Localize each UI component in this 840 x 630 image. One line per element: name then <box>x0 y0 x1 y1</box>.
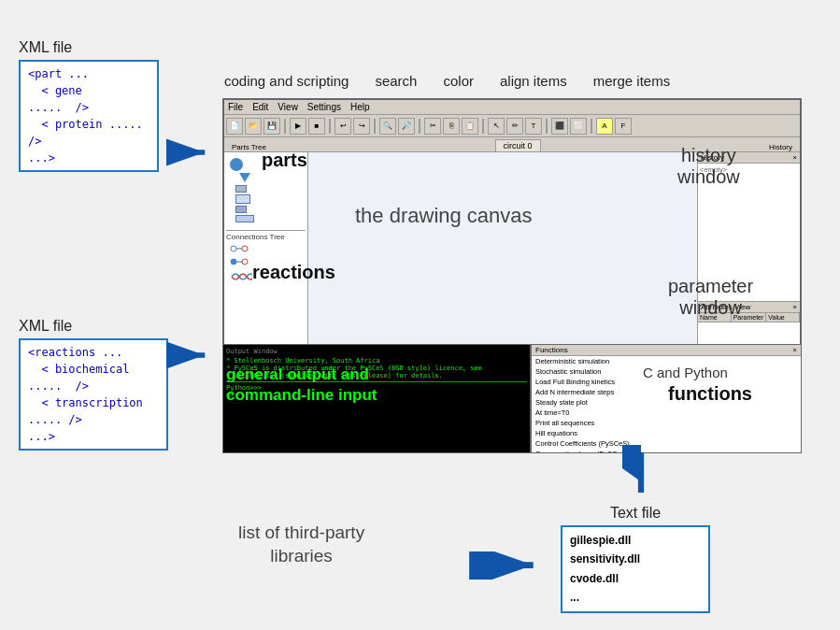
label-reactions: reactions <box>252 262 335 283</box>
text-file-title: Text file <box>561 505 710 522</box>
function-item-6[interactable]: Print all sequences <box>532 418 801 428</box>
tree-node-5[interactable] <box>226 206 306 213</box>
conn-node-1[interactable] <box>226 243 306 254</box>
rect-icon-4 <box>235 215 254 222</box>
label-param: parameterwindow <box>668 276 753 319</box>
toolbar-color[interactable]: A <box>596 118 613 135</box>
history-close[interactable]: × <box>792 153 797 162</box>
output-line-1: * Stellenbosch University, South Africa <box>226 357 527 365</box>
label-c-python: C and Python <box>643 365 728 380</box>
function-item-7[interactable]: Hill equations <box>532 428 801 438</box>
toolbar-play[interactable]: ▶ <box>290 118 306 135</box>
xml-top-line1: <part ... <box>28 65 149 82</box>
menu-color[interactable]: color <box>443 73 474 89</box>
toolbar-font[interactable]: F <box>615 118 632 135</box>
toolbar-arrow[interactable]: ↖ <box>488 118 505 135</box>
function-item-8[interactable]: Control Coefficients (PySCeS) <box>532 438 801 449</box>
functions-close[interactable]: × <box>792 346 797 354</box>
toolbar-sep6 <box>546 119 548 134</box>
functions-panel: Functions × Deterministic simulationStoc… <box>532 345 801 452</box>
output-window[interactable]: Output Window * Stellenbosch University,… <box>223 345 532 452</box>
text-file-line3: cvode.dll <box>570 569 701 588</box>
label-history: historywindow <box>677 145 740 188</box>
xml-bottom-line3: < transcription ..... /> <box>28 394 159 428</box>
xml-box-top: XML file <part ... < gene ..... /> < pro… <box>19 39 159 172</box>
toolbar-align-left[interactable]: ⬛ <box>551 118 568 135</box>
xml-top-line3: < protein ..... /> <box>28 116 149 150</box>
toolbar-search[interactable]: 🔎 <box>398 118 415 135</box>
rect-icon-2 <box>235 194 250 204</box>
toolbar-save[interactable]: 💾 <box>263 118 280 135</box>
tree-node-6[interactable] <box>226 215 306 222</box>
label-libraries: list of third-partylibraries <box>238 522 364 567</box>
arrow-up-functions <box>622 445 660 496</box>
menu-merge[interactable]: merge items <box>593 73 671 89</box>
text-file-box: Text file gillespie.dll sensitivity.dll … <box>561 505 710 613</box>
helix-icon <box>230 269 252 284</box>
functions-header: Functions × <box>532 345 801 356</box>
xml-box-bottom: XML file <reactions ... < biochemical ..… <box>19 318 168 451</box>
toolbar-cut[interactable]: ✂ <box>424 118 441 135</box>
xml-top-title: XML file <box>19 39 159 56</box>
toolbar-sep4 <box>419 119 420 134</box>
circle-icon-1 <box>230 158 243 171</box>
svg-point-3 <box>231 259 236 265</box>
toolbar-redo[interactable]: ↪ <box>353 118 370 135</box>
toolbar-align-right[interactable]: ⬜ <box>570 118 587 135</box>
toolbar-zoom-in[interactable]: 🔍 <box>379 118 396 135</box>
toolbar-open[interactable]: 📂 <box>245 118 262 135</box>
xml-top-line4: ...> <box>28 150 149 166</box>
xml-bottom-content: <reactions ... < biochemical ..... /> < … <box>19 338 168 451</box>
xml-bottom-line4: ...> <box>28 428 159 445</box>
xml-top-line2: < gene ..... /> <box>28 82 149 116</box>
menu-align[interactable]: align items <box>500 73 567 89</box>
toolbar-sep1 <box>284 119 286 134</box>
circuit-tab[interactable]: circuit 0 <box>495 139 541 151</box>
tree-node-3[interactable] <box>226 185 306 193</box>
function-item-9[interactable]: Conservation Laws (PySCeS) <box>532 449 801 452</box>
toolbar-new[interactable]: 📄 <box>226 118 243 135</box>
toolbar-paste[interactable]: 📋 <box>462 118 478 135</box>
app-toolbar: 📄 📂 💾 ▶ ■ ↩ ↪ 🔍 🔎 ✂ ⎘ 📋 ↖ ✏ T ⬛ ⬜ A F <box>224 115 800 137</box>
function-item-4[interactable]: Steady state plot <box>532 397 801 408</box>
text-file-line2: sensitivity.dll <box>570 550 701 568</box>
rect-icon-1 <box>235 185 247 193</box>
toolbar-sep2 <box>329 119 331 134</box>
function-item-5[interactable]: At time=T0 <box>532 408 801 418</box>
toolbar-sep3 <box>374 119 376 134</box>
menu-coding[interactable]: coding and scripting <box>224 73 349 89</box>
toolbar-sep5 <box>482 119 484 134</box>
param-col-value: Value <box>766 313 800 322</box>
history-tab-label: History <box>765 143 796 151</box>
svg-point-2 <box>242 246 248 251</box>
toolbar-draw[interactable]: ✏ <box>506 118 523 135</box>
xml-bottom-title: XML file <box>19 318 168 335</box>
output-line-3: * LICENCE.txt (supplied with this releas… <box>226 372 527 379</box>
tree-node-4[interactable] <box>226 194 306 204</box>
app-menu-bar: File Edit View Settings Help <box>224 100 800 115</box>
arrow-bottom-right <box>166 336 218 374</box>
toolbar-undo[interactable]: ↩ <box>335 118 351 135</box>
output-line-2: * PySCeS is distributed under the PySCeS… <box>226 365 527 372</box>
param-close[interactable]: × <box>792 303 797 311</box>
text-file-content: gillespie.dll sensitivity.dll cvode.dll … <box>561 525 710 613</box>
app-menu-help[interactable]: Help <box>350 102 370 112</box>
reaction-icon-1 <box>230 243 249 254</box>
label-functions: functions <box>668 383 752 405</box>
function-item-3[interactable]: Add N intermediate steps <box>532 387 801 397</box>
text-file-line1: gillespie.dll <box>570 531 701 550</box>
app-menu-view[interactable]: View <box>278 102 298 112</box>
rect-icon-3 <box>235 206 247 213</box>
reaction-icon-2 <box>230 256 249 267</box>
toolbar-copy[interactable]: ⎘ <box>443 118 460 135</box>
output-sep <box>226 381 527 382</box>
label-parts: parts <box>262 150 307 171</box>
toolbar-sep7 <box>591 119 592 134</box>
menu-search[interactable]: search <box>375 73 417 89</box>
tree-node-2[interactable] <box>226 173 306 183</box>
app-menu-settings[interactable]: Settings <box>307 102 341 112</box>
app-menu-edit[interactable]: Edit <box>252 102 268 112</box>
app-menu-file[interactable]: File <box>228 102 243 112</box>
toolbar-text[interactable]: T <box>525 118 542 135</box>
toolbar-stop[interactable]: ■ <box>308 118 325 135</box>
